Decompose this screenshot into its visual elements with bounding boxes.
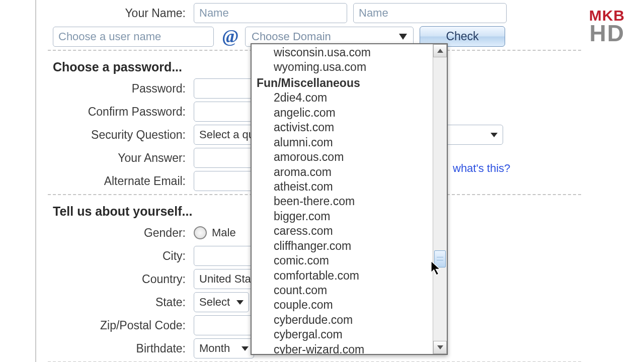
domain-option[interactable]: count.com — [256, 283, 433, 298]
mouse-cursor-icon — [430, 260, 444, 277]
domain-option[interactable]: wisconsin.usa.com — [256, 45, 433, 60]
male-radio[interactable] — [194, 226, 207, 239]
last-name-input[interactable] — [353, 3, 507, 23]
arrow-up-icon — [437, 49, 443, 53]
first-name-input[interactable] — [194, 3, 347, 23]
domain-group-header: Fun/Miscellaneous — [256, 75, 433, 90]
city-label: City: — [48, 249, 194, 263]
chevron-down-icon — [242, 346, 249, 351]
domain-option[interactable]: cyber-wizard.com — [256, 342, 433, 354]
chevron-down-icon — [399, 34, 407, 40]
chevron-down-icon — [236, 300, 244, 305]
state-select[interactable]: Select — [194, 292, 249, 312]
at-icon: @ — [221, 27, 240, 46]
svg-text:@: @ — [222, 27, 239, 46]
domain-option[interactable]: couple.com — [256, 298, 433, 312]
your-name-label: Your Name: — [48, 7, 194, 20]
scroll-up-button[interactable] — [433, 44, 447, 57]
domain-option[interactable]: caress.com — [256, 224, 433, 238]
zip-label: Zip/Postal Code: — [48, 319, 194, 332]
domain-option[interactable]: aroma.com — [256, 165, 433, 179]
domain-option[interactable]: cliffhanger.com — [256, 239, 433, 253]
chevron-down-icon — [491, 133, 498, 137]
security-question-label: Security Question: — [48, 128, 194, 142]
state-label: State: — [48, 296, 194, 309]
domain-option[interactable]: wyoming.usa.com — [256, 60, 433, 74]
domain-option[interactable]: alumni.com — [256, 135, 433, 150]
domain-option[interactable]: 2die4.com — [256, 90, 433, 105]
country-label: Country: — [48, 273, 194, 286]
domain-dropdown-list: wisconsin.usa.comwyoming.usa.comFun/Misc… — [251, 43, 448, 355]
birthdate-label: Birthdate: — [48, 342, 194, 355]
username-input[interactable] — [53, 27, 214, 47]
domain-option[interactable]: cybergal.com — [256, 327, 433, 342]
state-value: Select — [199, 296, 230, 309]
password-label: Password: — [48, 82, 194, 96]
month-select[interactable]: Month — [194, 338, 254, 358]
left-border — [35, 0, 36, 362]
domain-option[interactable]: amorous.com — [256, 150, 433, 164]
logo-hd: HD — [589, 23, 625, 44]
domain-option[interactable]: cyberdude.com — [256, 313, 433, 327]
arrow-down-icon — [437, 345, 443, 349]
domain-option[interactable]: angelic.com — [256, 106, 433, 120]
confirm-password-label: Confirm Password: — [48, 105, 194, 119]
whats-this-link[interactable]: what's this? — [453, 162, 510, 175]
scroll-down-button[interactable] — [433, 341, 447, 354]
month-value: Month — [199, 342, 230, 355]
svg-marker-1 — [431, 261, 440, 275]
watermark-logo: MKB HD — [589, 8, 625, 44]
domain-option[interactable]: comfortable.com — [256, 268, 433, 283]
male-label: Male — [212, 226, 236, 239]
domain-option[interactable]: bigger.com — [256, 209, 433, 224]
your-answer-label: Your Answer: — [48, 151, 194, 165]
dropdown-scrollbar[interactable] — [433, 44, 447, 354]
domain-option[interactable]: atheist.com — [256, 179, 433, 194]
domain-option[interactable]: activist.com — [256, 120, 433, 135]
domain-select-text: Choose Domain — [252, 30, 331, 43]
domain-option[interactable]: been-there.com — [256, 194, 433, 209]
alt-email-label: Alternate Email: — [48, 174, 194, 188]
gender-label: Gender: — [48, 226, 194, 240]
domain-option[interactable]: comic.com — [256, 253, 433, 268]
